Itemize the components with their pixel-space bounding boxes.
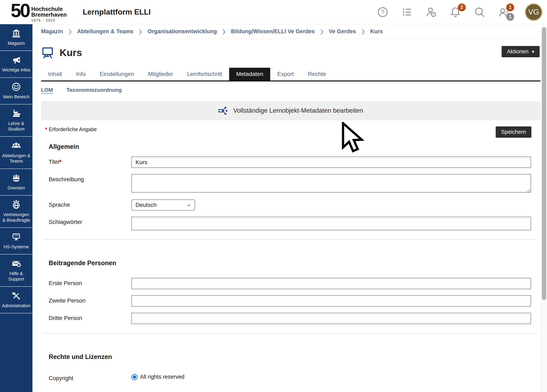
sidebar-item-administration[interactable]: Administration <box>0 287 33 313</box>
sidebar-item-label: Vertretungen & Beauftragte <box>1 212 31 223</box>
megaphone-icon <box>11 55 21 65</box>
main-area: Magazin Abteilungen & Teams Organisation… <box>33 24 541 392</box>
avatar[interactable]: VG <box>525 3 542 21</box>
aktionen-button[interactable]: Aktionen <box>502 46 540 57</box>
sidebar-item-hs-systeme[interactable]: *** HS-Systeme <box>0 228 33 255</box>
hochschule-bremerhaven-logo[interactable]: 50 Hochschule Bremerhaven 1975 - 2025 <box>11 2 67 22</box>
lernplattform-elli-app: 50 Hochschule Bremerhaven 1975 - 2025 Le… <box>0 0 547 392</box>
chevron-right-icon <box>320 28 324 34</box>
subtab-taxonomiezuordnung[interactable]: Taxonomiezuordnung <box>67 87 122 93</box>
tab-lernfortschritt[interactable]: Lernfortschritt <box>180 68 229 81</box>
sidebar-item-label: HS-Systeme <box>3 244 29 250</box>
logo-line1: Hochschule <box>31 6 67 12</box>
logo-50: 50 <box>11 2 29 20</box>
tab-info[interactable]: Info <box>69 68 93 81</box>
help-icon[interactable]: ? <box>377 6 389 18</box>
svg-text:!: ! <box>433 12 434 17</box>
scrollbar-thumb[interactable] <box>542 27 546 300</box>
form-row-schlagwoerter: Schlagwörter <box>49 217 531 230</box>
erste-person-label: Erste Person <box>49 278 131 286</box>
breadcrumb: Magazin Abteilungen & Teams Organisation… <box>33 24 541 39</box>
svg-text:?: ? <box>18 263 20 267</box>
svg-text:***: *** <box>14 234 18 238</box>
sprache-select[interactable]: Deutsch <box>131 199 195 210</box>
breadcrumb-item[interactable]: Abteilungen & Teams <box>77 28 133 35</box>
main-sidebar: Magazin Wichtige Infos Mein <box>0 24 33 392</box>
breadcrumb-item[interactable]: Organisationsentwicklung <box>147 28 217 35</box>
erste-person-input[interactable] <box>131 278 531 289</box>
sprache-selected-value: Deutsch <box>136 202 157 208</box>
edit-full-metadata-banner[interactable]: Vollständige Lernobjekt-Metadaten bearbe… <box>41 101 540 120</box>
sidebar-item-vertretungen[interactable]: Vertretungen & Beauftragte <box>0 196 33 228</box>
sidebar-item-magazin[interactable]: Magazin <box>0 24 33 51</box>
copyright-option-label: All rights reserved <box>140 374 185 380</box>
titel-input[interactable] <box>131 157 531 168</box>
contacts-badge-bottom: 1 <box>506 13 514 21</box>
user-alert-icon[interactable]: ! <box>425 6 437 18</box>
beschreibung-textarea[interactable] <box>131 174 531 193</box>
search-icon[interactable] <box>474 6 485 18</box>
tab-inhalt[interactable]: Inhalt <box>41 68 69 81</box>
sidebar-item-label: Gremien <box>8 185 25 191</box>
tab-einstellungen[interactable]: Einstellungen <box>93 68 141 81</box>
mail-question-icon: ? <box>11 259 21 269</box>
sidebar-item-label: Magazin <box>8 41 25 46</box>
schlagwoerter-input[interactable] <box>131 217 531 230</box>
breadcrumb-item[interactable]: Bildung/Wissen/ELLI Ve Gerdes <box>231 28 315 35</box>
chevron-right-icon <box>361 28 365 34</box>
bank-icon <box>11 28 21 38</box>
chevron-right-icon <box>68 28 72 34</box>
required-star: * <box>45 126 47 132</box>
form-row-erste-person: Erste Person <box>49 278 531 289</box>
smiley-icon <box>11 82 21 92</box>
top-header: 50 Hochschule Bremerhaven 1975 - 2025 Le… <box>0 0 547 24</box>
zweite-person-label: Zweite Person <box>49 295 131 304</box>
tab-export[interactable]: Export <box>270 68 301 81</box>
bullet-list-icon[interactable] <box>401 6 413 18</box>
sidebar-item-abteilungen-teams[interactable]: Abteilungen & Teams <box>0 137 33 169</box>
copyright-radio[interactable] <box>131 374 137 380</box>
sidebar-item-label: Abteilungen & Teams <box>1 153 31 164</box>
monitor-icon: *** <box>11 232 21 242</box>
section-divider <box>43 239 537 240</box>
bell-badge: 2 <box>458 3 466 11</box>
contacts-icon[interactable]: 1 1 <box>498 6 510 18</box>
sidebar-item-label: Lehre & Studium <box>1 121 31 132</box>
vertical-scrollbar[interactable] <box>541 24 547 392</box>
sidebar-item-gremien[interactable]: Gremien <box>0 169 33 196</box>
sidebar-item-wichtige-infos[interactable]: Wichtige Infos <box>0 51 33 78</box>
sidebar-item-lehre-studium[interactable]: Lehre & Studium <box>0 104 33 137</box>
people-group-icon <box>11 141 21 151</box>
logo-line2: Bremerhaven <box>31 12 67 18</box>
sidebar-item-mein-bereich[interactable]: Mein Bereich <box>0 78 33 104</box>
subtab-lom[interactable]: LOM <box>41 87 53 93</box>
committee-icon <box>11 173 21 183</box>
breadcrumb-item[interactable]: Magazin <box>41 28 63 35</box>
sub-tab-bar: LOM Taxonomiezuordnung <box>41 87 540 93</box>
chevron-right-icon <box>138 28 143 34</box>
books-icon <box>11 108 21 118</box>
tab-metadaten[interactable]: Metadaten <box>229 68 270 81</box>
tab-rechte[interactable]: Rechte <box>301 68 333 81</box>
copyright-label: Copyright <box>49 373 131 382</box>
form-row-sprache: Sprache Deutsch <box>49 199 531 210</box>
sidebar-item-hilfe-support[interactable]: ? Hilfe & Support <box>0 255 33 287</box>
chevron-down-icon <box>528 48 534 54</box>
section-title-beitragende: Beitragende Personen <box>49 259 540 267</box>
breadcrumb-item[interactable]: Kurs <box>370 28 383 35</box>
form-row-copyright: Copyright All rights reserved <box>49 373 531 382</box>
required-hint: *Erforderliche Angabe <box>45 126 97 132</box>
tab-mitglieder[interactable]: Mitglieder <box>141 68 180 81</box>
form-row-beschreibung: Beschreibung <box>49 174 531 193</box>
sprache-label: Sprache <box>49 199 131 208</box>
zweite-person-input[interactable] <box>131 295 531 307</box>
breadcrumb-item[interactable]: Ve Gerdes <box>329 28 356 35</box>
section-divider <box>43 333 537 333</box>
metadata-node-icon <box>219 106 228 115</box>
notifications-bell-icon[interactable]: 2 <box>450 6 461 18</box>
globe-people-icon <box>11 200 21 210</box>
speichern-button[interactable]: Speichern <box>496 126 531 138</box>
course-board-icon <box>41 46 54 59</box>
banner-label: Vollständige Lernobjekt-Metadaten bearbe… <box>233 107 363 114</box>
dritte-person-input[interactable] <box>131 313 531 324</box>
